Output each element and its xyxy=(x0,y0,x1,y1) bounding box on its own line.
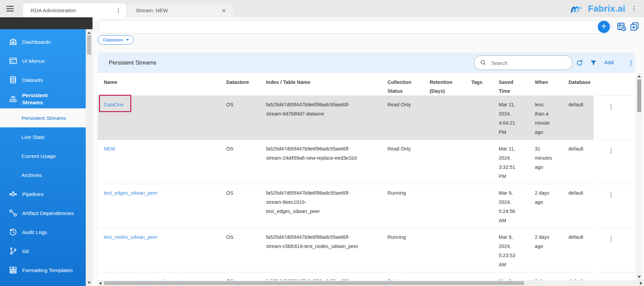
browser-tab-stream-new[interactable]: Stream: NEW × xyxy=(128,3,233,17)
table-search-box[interactable] xyxy=(474,55,573,70)
cell-gap xyxy=(594,96,598,140)
sidebar-scrollbar[interactable] xyxy=(86,17,93,286)
filter-icon[interactable] xyxy=(590,59,597,67)
column-header-collection-status: Collection Status xyxy=(381,73,424,96)
cell-datastore: OS xyxy=(220,96,260,140)
table-row-test-nodes-sdwan-peer[interactable]: test_nodes_sdwan_peer OS fa525d47d05f447… xyxy=(98,228,635,272)
table-row-test-edges-sdwan-peer[interactable]: test_edges_sdwan_peer OS fa525d47d05f447… xyxy=(98,184,635,228)
streams-table-wrap: NameDatastoreIndex / Table NameCollectio… xyxy=(98,73,635,280)
sidebar-item-artifact-dependencies[interactable]: Artifact Dependencies xyxy=(0,203,86,222)
scroll-right-icon[interactable] xyxy=(640,282,642,285)
stream-name-link-new[interactable]: NEW xyxy=(104,146,115,151)
hamburger-menu-icon[interactable] xyxy=(5,4,15,13)
window-icon xyxy=(9,56,18,65)
table-row-new[interactable]: NEW OS fa525d47d05f447b9e6f98adc55ae60f-… xyxy=(98,140,635,184)
cell-retention-days xyxy=(424,184,465,228)
panel-kebab-icon[interactable] xyxy=(627,59,635,67)
stream-name-link-test-nodes-sdwan-peer[interactable]: test_nodes_sdwan_peer xyxy=(104,234,158,240)
cell-when: 31 minutes ago xyxy=(529,140,562,184)
pipeline-icon xyxy=(9,190,18,198)
sidebar-item-persistent-streams[interactable]: Persistent Streams xyxy=(0,89,86,108)
column-header-tags: Tags xyxy=(465,73,493,96)
chart-icon xyxy=(9,37,18,46)
column-header-actions xyxy=(598,73,635,96)
sidebar-item-audit-logs[interactable]: Audit Logs xyxy=(0,222,86,242)
sidebar-item-datasets[interactable]: Datasets xyxy=(0,70,86,89)
row-actions-kebab-icon[interactable] xyxy=(607,235,615,243)
cell-saved-time: Mar 9, 2024, 5:24:56 AM xyxy=(493,184,529,228)
sidebar-item-dashboards[interactable]: Dashboards xyxy=(0,32,86,51)
cell-collection-status: Read Only xyxy=(381,96,424,140)
browser-topbar: RDA Administration Stream: NEW × Fabrix.… xyxy=(0,0,644,17)
sidebar-item-formatting-templates[interactable]: Formatting Templates xyxy=(0,261,86,280)
sidebar-item-live-stats-sub[interactable]: Live Stats xyxy=(0,127,86,146)
chip-label: Datastore xyxy=(103,37,123,42)
column-header-name: Name xyxy=(98,73,220,96)
column-header-index-table-name: Index / Table Name xyxy=(260,73,381,96)
tab-close-icon[interactable]: × xyxy=(222,7,226,14)
tab-kebab-icon[interactable] xyxy=(114,6,122,15)
scroll-left-icon[interactable] xyxy=(99,282,101,285)
horizontal-scrollbar[interactable] xyxy=(98,280,644,286)
sidebar-item-archives-sub[interactable]: Archives xyxy=(0,165,86,184)
cell-index-table-name: fa525d47d05f447b9e6f98adc55ae60f-stream-… xyxy=(260,140,381,184)
sidebar-item-pipelines[interactable]: Pipelines xyxy=(0,184,86,203)
chevron-down-icon[interactable] xyxy=(75,76,82,83)
fabrix-logo: Fabrix.ai xyxy=(569,3,625,14)
sidebar-scroll-thumb[interactable] xyxy=(87,35,91,55)
cell-database: default xyxy=(562,272,594,281)
column-header-when: When xyxy=(529,73,562,96)
table-scroll-up-icon[interactable] xyxy=(638,75,641,77)
chevron-down-icon[interactable] xyxy=(75,191,82,197)
datastore-filter-chip[interactable]: Datastore xyxy=(98,35,134,44)
cell-datastore: OS xyxy=(220,140,260,184)
search-icon xyxy=(480,59,487,66)
sidebar-item-persistent-streams-sub[interactable]: Persistent Streams xyxy=(0,108,86,127)
table-scroll-down-icon[interactable] xyxy=(638,276,641,278)
column-header-datastore: Datastore xyxy=(220,73,260,96)
cell-gap xyxy=(594,140,598,184)
chevron-up-icon[interactable] xyxy=(64,95,70,102)
browser-kebab-icon[interactable] xyxy=(630,5,638,12)
sidebar-item-git[interactable]: Git xyxy=(0,242,86,261)
add-widget-button[interactable]: + xyxy=(598,21,610,33)
table-row-dataone[interactable]: DataOne OS fa525d47d05f447b9e6f98adc55ae… xyxy=(98,96,635,140)
template-icon xyxy=(9,266,18,274)
cell-tags xyxy=(465,228,493,272)
cell-datastore: OS xyxy=(220,228,260,272)
chevron-down-icon[interactable] xyxy=(75,248,82,254)
cell-index-table-name: fa525d47d05f447b9e6f98adc55ae60f-stream-… xyxy=(260,96,381,140)
refresh-icon[interactable] xyxy=(576,59,583,67)
global-search-input[interactable] xyxy=(105,20,644,34)
cell-gap xyxy=(594,228,598,272)
table-header-row: NameDatastoreIndex / Table NameCollectio… xyxy=(98,73,635,96)
copy-save-icon[interactable] xyxy=(629,21,640,32)
cell-retention-days xyxy=(424,140,465,184)
sidebar-item-current-usage-sub[interactable]: Current Usage xyxy=(0,146,86,165)
stream-name-link-test-edges-sdwan-peer[interactable]: test_edges_sdwan_peer xyxy=(104,190,158,196)
row-actions-kebab-icon[interactable] xyxy=(607,191,615,199)
stream-name-link-dataone[interactable]: DataOne xyxy=(104,102,123,107)
row-actions-kebab-icon[interactable] xyxy=(607,147,615,155)
browser-tab-rda-administration[interactable]: RDA Administration xyxy=(23,3,127,17)
sidebar-scroll-down-icon[interactable] xyxy=(87,282,91,284)
table-search-input[interactable] xyxy=(491,56,568,70)
sidebar-item-ui-menus[interactable]: UI Menus xyxy=(0,51,86,70)
table-history-icon[interactable] xyxy=(616,21,627,32)
table-vertical-scrollbar[interactable] xyxy=(636,73,643,280)
horizontal-scroll-thumb[interactable] xyxy=(104,281,524,285)
cell-saved-time: Mar 11, 2024, 4:04:21 PM xyxy=(493,96,529,140)
fabrix-wave-icon xyxy=(569,4,585,14)
table-row-snmp-trap-event-stream-democustomer-2[interactable]: snmp_trap_event_stream_democustomer-2 OS… xyxy=(98,272,635,281)
cell-saved-time: Mar 11, 2024, 3:32:51 PM xyxy=(493,140,529,184)
chevron-down-icon xyxy=(126,39,129,41)
row-actions-kebab-icon[interactable] xyxy=(607,103,615,110)
chevron-down-icon[interactable] xyxy=(75,38,82,45)
sidebar-scroll-up-icon[interactable] xyxy=(87,32,91,34)
global-search-bar[interactable] xyxy=(98,20,611,34)
add-stream-button[interactable]: Add xyxy=(604,59,614,66)
table-body: DataOne OS fa525d47d05f447b9e6f98adc55ae… xyxy=(98,96,635,281)
panel-header: Persistent Streams Add xyxy=(98,53,635,73)
table-scroll-thumb[interactable] xyxy=(637,79,641,112)
cell-when: 2 days ago xyxy=(529,272,562,281)
